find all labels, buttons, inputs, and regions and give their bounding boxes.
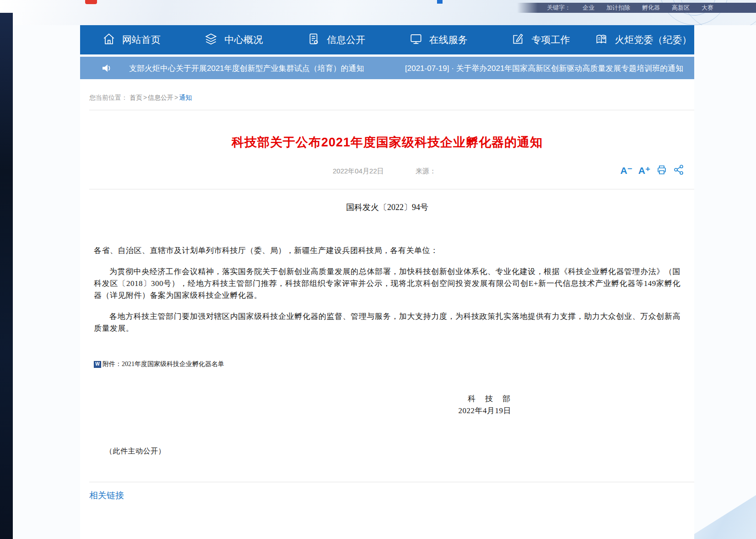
nav-label: 火炬党委（纪委） bbox=[615, 33, 691, 46]
nav-label: 信息公开 bbox=[327, 33, 365, 46]
document-icon bbox=[307, 32, 320, 48]
attachment-row: W 附件：2021年度国家级科技企业孵化器名单 bbox=[94, 358, 680, 370]
keyword-link[interactable]: 孵化器 bbox=[642, 4, 660, 12]
print-icon[interactable] bbox=[656, 164, 667, 177]
source-label: 来源： bbox=[416, 167, 436, 176]
nav-label: 中心概况 bbox=[224, 33, 263, 46]
publish-date: 2022年04月22日 bbox=[333, 167, 384, 176]
related-links-title: 相关链接 bbox=[89, 490, 124, 501]
signer: 科 技 部 bbox=[94, 393, 511, 405]
share-icon[interactable] bbox=[673, 164, 684, 177]
salutation: 各省、自治区、直辖市及计划单列市科技厅（委、局），新疆生产建设兵团科技局，各有关… bbox=[94, 245, 680, 257]
font-increase-button[interactable]: A⁺ bbox=[638, 166, 650, 175]
paragraph: 各地方科技主管部门要加强对辖区内国家级科技企业孵化器的监督、管理与服务，加大支持… bbox=[94, 311, 680, 334]
monitor-icon bbox=[409, 32, 423, 48]
word-file-icon: W bbox=[94, 361, 101, 368]
keywords-bar: 关键字： 企业 加计扣除 孵化器 高新区 大赛 bbox=[517, 3, 756, 13]
party-book-icon bbox=[594, 32, 608, 48]
breadcrumb-info[interactable]: 信息公开 bbox=[148, 94, 173, 101]
ticker-link-left[interactable]: 支部火炬中心关于开展2021年度创新型产业集群试点（培育）的通知 bbox=[129, 63, 364, 74]
header-fragment bbox=[437, 0, 443, 4]
nav-item-home[interactable]: 网站首页 bbox=[80, 25, 183, 54]
nav-label: 专项工作 bbox=[531, 33, 570, 46]
divider bbox=[89, 482, 694, 482]
breadcrumb-separator: > bbox=[174, 94, 178, 101]
keyword-link[interactable]: 加计扣除 bbox=[606, 4, 630, 12]
keyword-link[interactable]: 企业 bbox=[583, 4, 594, 12]
corner-decoration bbox=[686, 495, 756, 539]
divider bbox=[89, 110, 694, 110]
divider bbox=[89, 189, 694, 189]
nav-label: 网站首页 bbox=[122, 33, 161, 46]
attachment-link[interactable]: 附件：2021年度国家级科技企业孵化器名单 bbox=[103, 358, 224, 370]
nav-label: 在线服务 bbox=[429, 33, 468, 46]
pen-icon bbox=[511, 32, 525, 48]
page-left-border-graphic bbox=[0, 13, 13, 539]
breadcrumb: 您当前位置： 首页>信息公开>通知 bbox=[89, 94, 192, 102]
keyword-link[interactable]: 大赛 bbox=[702, 4, 713, 12]
document-number: 国科发火〔2022〕94号 bbox=[80, 202, 694, 213]
keywords-label: 关键字： bbox=[547, 4, 571, 12]
signature-block: 科 技 部 2022年4月19日 bbox=[94, 393, 680, 417]
torch-logo-fragment bbox=[85, 0, 97, 4]
article-toolbar: A⁻ A⁺ bbox=[621, 164, 685, 177]
keyword-link[interactable]: 高新区 bbox=[672, 4, 690, 12]
article-meta: 2022年04月22日 来源： A⁻ A⁺ bbox=[80, 164, 694, 179]
content-card: 您当前位置： 首页>信息公开>通知 科技部关于公布2021年度国家级科技企业孵化… bbox=[80, 79, 694, 539]
notice-ticker: 支部火炬中心关于开展2021年度创新型产业集群试点（培育）的通知 [2021-0… bbox=[80, 57, 694, 79]
article-body: 各省、自治区、直辖市及计划单列市科技厅（委、局），新疆生产建设兵团科技局，各有关… bbox=[94, 245, 680, 457]
breadcrumb-notice[interactable]: 通知 bbox=[179, 94, 192, 101]
speaker-icon bbox=[101, 62, 113, 76]
nav-item-online-services[interactable]: 在线服务 bbox=[387, 25, 490, 54]
page-title: 科技部关于公布2021年度国家级科技企业孵化器的通知 bbox=[80, 134, 694, 151]
main-nav: 网站首页 中心概况 信息公开 在线服务 专项工作 火炬党委（纪委） bbox=[80, 25, 694, 54]
font-decrease-button[interactable]: A⁻ bbox=[621, 166, 632, 175]
breadcrumb-home[interactable]: 首页 bbox=[130, 94, 142, 101]
nav-item-party-committee[interactable]: 火炬党委（纪委） bbox=[592, 25, 694, 54]
home-icon bbox=[102, 32, 116, 48]
ticker-link-right[interactable]: [2021-07-19] · 关于举办2021年国家高新区创新驱动高质量发展专题… bbox=[405, 63, 683, 74]
nav-item-overview[interactable]: 中心概况 bbox=[183, 25, 285, 54]
top-banner: 关键字： 企业 加计扣除 孵化器 高新区 大赛 bbox=[0, 0, 756, 25]
nav-item-special-work[interactable]: 专项工作 bbox=[490, 25, 592, 54]
paragraph: 为贯彻中央经济工作会议精神，落实国务院关于创新创业高质量发展的总体部署，加快科技… bbox=[94, 266, 680, 302]
nav-item-info-disclosure[interactable]: 信息公开 bbox=[285, 25, 387, 54]
layers-icon bbox=[204, 32, 218, 48]
sign-date: 2022年4月19日 bbox=[94, 405, 511, 417]
breadcrumb-separator: > bbox=[143, 94, 147, 101]
disclosure-note: （此件主动公开） bbox=[94, 445, 680, 457]
breadcrumb-label: 您当前位置： bbox=[89, 94, 128, 101]
